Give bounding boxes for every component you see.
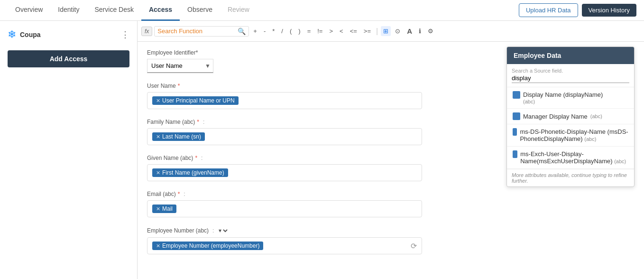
toolbar-multiply[interactable]: *	[270, 26, 277, 36]
toolbar-less-equals[interactable]: <=	[348, 26, 359, 36]
nav-identity[interactable]: Identity	[50, 0, 87, 21]
employee-identifier-select-wrapper: User Name ▼	[147, 59, 213, 73]
nav-observe[interactable]: Observe	[180, 0, 220, 21]
nav-overview[interactable]: Overview	[8, 0, 50, 21]
search-function-container: 🔍	[154, 26, 249, 37]
toolbar-divide[interactable]: /	[279, 26, 285, 36]
email-colon: :	[184, 191, 185, 197]
employee-item-type-4: (abc)	[614, 158, 626, 164]
employee-item-type-2: (abc)	[590, 113, 602, 119]
employee-item-name-3: ms-DS-Phonetic-Display-Name (msDS-Phonet…	[520, 128, 628, 142]
employee-panel-search-label: Search a Source field.	[512, 68, 629, 74]
employee-data-panel: Employee Data Search a Source field. Dis…	[506, 46, 635, 187]
main-layout: ❄ Coupa ⋮ Add Access fx 🔍 + - * / ( ) = …	[0, 21, 644, 279]
toolbar-not-equals[interactable]: !=	[315, 26, 325, 36]
add-access-button[interactable]: Add Access	[8, 50, 129, 67]
employee-item-exch-display[interactable]: ms-Exch-User-Display-Name(msExchUserDisp…	[507, 147, 634, 169]
given-name-tag[interactable]: ✕ First Name (givenName)	[152, 168, 228, 177]
family-name-input[interactable]: ✕ Last Name (sn)	[147, 128, 422, 145]
employee-number-dropdown-wrapper: ▾	[217, 227, 229, 234]
loading-spinner-icon: ⟳	[411, 242, 417, 251]
nav-items: Overview Identity Service Desk Access Ob…	[8, 0, 519, 21]
employee-item-name-4: ms-Exch-User-Display-Name(msExchUserDisp…	[520, 150, 612, 165]
employee-number-select[interactable]: ▾	[217, 227, 229, 234]
fx-badge: fx	[141, 27, 152, 36]
sidebar-menu-icon[interactable]: ⋮	[121, 29, 129, 40]
employee-item-display-name[interactable]: Display Name (displayName) (abc)	[507, 87, 634, 109]
toolbar-info-icon[interactable]: ℹ	[416, 26, 423, 36]
email-label: Email (abc) * :	[147, 191, 635, 197]
employee-identifier-select[interactable]: User Name	[147, 59, 213, 73]
nav-service-desk[interactable]: Service Desk	[87, 0, 141, 21]
employee-item-type-1: (abc)	[523, 99, 628, 104]
search-icon[interactable]: 🔍	[238, 28, 246, 35]
employee-item-icon-2	[513, 112, 520, 120]
employee-item-phonetic-display[interactable]: ms-DS-Phonetic-Display-Name (msDS-Phonet…	[507, 124, 634, 147]
version-history-button[interactable]: Version History	[582, 4, 636, 17]
employee-number-label: Employee Number (abc) : ▾	[147, 227, 635, 234]
toolbar-separator-1: |	[375, 27, 379, 36]
sidebar-company-name: Coupa	[20, 31, 41, 38]
nav-review: Review	[220, 0, 257, 21]
email-tag-remove[interactable]: ✕	[156, 206, 160, 212]
toolbar-clock-icon[interactable]: ⊙	[393, 26, 403, 36]
employee-number-tag[interactable]: ✕ Employee Number (employeeNumber)	[152, 242, 263, 250]
toolbar-equals[interactable]: =	[305, 26, 313, 36]
sidebar: ❄ Coupa ⋮ Add Access	[0, 21, 138, 279]
given-name-tag-remove[interactable]: ✕	[156, 170, 160, 176]
family-name-colon: :	[203, 119, 204, 125]
given-name-colon: :	[201, 155, 202, 161]
toolbar-less[interactable]: <	[337, 26, 346, 36]
email-input[interactable]: ✕ Mail	[147, 200, 422, 217]
employee-item-icon-4	[513, 150, 517, 158]
upload-hr-button[interactable]: Upload HR Data	[519, 3, 578, 17]
family-name-tag[interactable]: ✕ Last Name (sn)	[152, 132, 205, 141]
user-name-tag-remove[interactable]: ✕	[156, 98, 160, 104]
toolbar-close-paren[interactable]: )	[296, 26, 303, 36]
employee-panel-title: Employee Data	[507, 47, 634, 64]
toolbar-grid-icon[interactable]: ⊞	[381, 26, 391, 36]
user-name-input[interactable]: ✕ User Principal Name or UPN	[147, 92, 422, 109]
sidebar-header: ❄ Coupa ⋮	[8, 28, 129, 41]
employee-number-colon: :	[212, 227, 214, 234]
family-name-tag-remove[interactable]: ✕	[156, 134, 160, 140]
employee-item-icon-1	[513, 91, 520, 99]
search-function-input[interactable]	[157, 28, 238, 35]
sidebar-logo: ❄ Coupa	[8, 28, 41, 41]
toolbar-greater-equals[interactable]: >=	[361, 26, 373, 36]
toolbar-open-paren[interactable]: (	[287, 26, 294, 36]
email-group: Email (abc) * : ✕ Mail	[147, 191, 635, 217]
employee-item-name-1: Display Name (displayName)	[523, 91, 603, 98]
top-navigation: Overview Identity Service Desk Access Ob…	[0, 0, 644, 21]
email-required: *	[178, 191, 180, 197]
employee-item-icon-3	[513, 128, 517, 136]
employee-number-tag-remove[interactable]: ✕	[156, 243, 160, 249]
formula-toolbar: fx 🔍 + - * / ( ) = != > < <= >= | ⊞ ⊙ A …	[138, 21, 644, 42]
toolbar-plus[interactable]: +	[251, 26, 259, 36]
email-tag[interactable]: ✕ Mail	[152, 205, 176, 213]
toolbar-minus[interactable]: -	[261, 26, 268, 36]
nav-right-actions: Upload HR Data Version History	[519, 3, 636, 17]
given-name-input[interactable]: ✕ First Name (givenName)	[147, 164, 422, 181]
employee-item-manager-display[interactable]: Manager Display Name (abc)	[507, 109, 634, 124]
employee-panel-list: Display Name (displayName) (abc) Manager…	[507, 87, 634, 169]
nav-access[interactable]: Access	[141, 0, 180, 21]
employee-panel-footer: More attributes available, continue typi…	[507, 169, 634, 186]
family-name-required: *	[197, 119, 199, 125]
main-content: Employee Identifier* User Name ▼ User Na…	[138, 42, 644, 279]
toolbar-greater[interactable]: >	[327, 26, 335, 36]
toolbar-settings-icon[interactable]: ⚙	[425, 26, 436, 36]
user-name-required: *	[178, 83, 180, 89]
coupa-logo-icon: ❄	[8, 28, 16, 41]
employee-item-type-3: (abc)	[584, 136, 596, 142]
given-name-required: *	[195, 155, 197, 161]
employee-number-input[interactable]: ✕ Employee Number (employeeNumber) ⟳	[147, 237, 422, 254]
toolbar-text-icon[interactable]: A	[405, 26, 414, 37]
user-name-tag[interactable]: ✕ User Principal Name or UPN	[152, 96, 239, 105]
employee-number-group: Employee Number (abc) : ▾ ✕ Employee Num…	[147, 227, 635, 254]
employee-item-name-2: Manager Display Name	[523, 113, 588, 120]
employee-panel-search-area: Search a Source field.	[507, 64, 634, 87]
employee-panel-search-input[interactable]	[512, 74, 629, 83]
